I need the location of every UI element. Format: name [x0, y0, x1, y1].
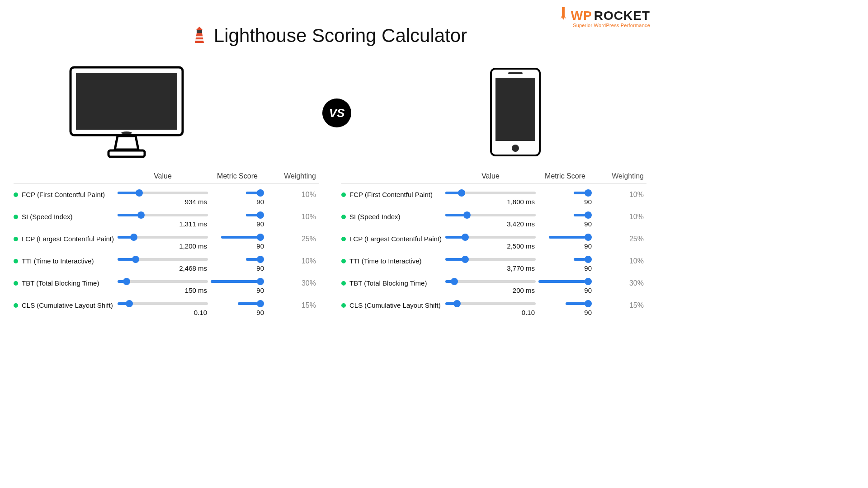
metric-label-cell: TTI (Time to Interactive)	[341, 256, 445, 265]
brand-rocket: ROCKET	[594, 9, 650, 22]
metric-value: 2,500 ms	[445, 242, 536, 250]
metric-score: 90	[208, 309, 267, 316]
value-slider[interactable]	[118, 190, 208, 195]
table-row: FCP (First Contentful Paint)934 ms9010%	[14, 183, 319, 206]
metric-score: 90	[536, 220, 594, 228]
value-cell: 2,500 ms	[445, 234, 536, 250]
desktop-panel: Value Metric Score Weighting FCP (First …	[14, 172, 319, 316]
metric-score: 90	[208, 198, 267, 206]
metric-value: 1,200 ms	[118, 242, 208, 250]
score-slider[interactable]	[238, 300, 264, 306]
metric-score: 90	[208, 264, 267, 272]
metric-label: TTI (Time to Interactive)	[349, 257, 421, 265]
desktop-rows: FCP (First Contentful Paint)934 ms9010%S…	[14, 183, 319, 316]
status-dot-icon	[341, 237, 346, 241]
status-dot-icon	[14, 237, 18, 241]
value-slider[interactable]	[445, 278, 536, 284]
metric-weight: 10%	[267, 190, 319, 199]
status-dot-icon	[341, 281, 346, 286]
score-slider[interactable]	[211, 278, 264, 284]
score-cell: 90	[536, 300, 594, 316]
vs-badge: VS	[322, 99, 351, 127]
brand-tagline: Superior WordPress Performance	[559, 23, 650, 28]
metric-weight: 30%	[267, 278, 319, 287]
table-header: Value Metric Score Weighting	[341, 172, 646, 183]
score-slider[interactable]	[574, 190, 592, 195]
score-cell: 90	[208, 278, 267, 294]
value-slider[interactable]	[118, 234, 208, 239]
score-slider[interactable]	[574, 256, 592, 262]
score-slider[interactable]	[566, 300, 592, 306]
score-slider[interactable]	[574, 212, 592, 217]
svg-point-7	[121, 131, 132, 134]
metric-value: 1,311 ms	[118, 220, 208, 228]
metric-label-cell: TBT (Total Blocking Time)	[14, 278, 118, 287]
metric-label: TBT (Total Blocking Time)	[349, 279, 427, 287]
score-cell: 90	[536, 190, 594, 206]
value-cell: 150 ms	[118, 278, 208, 294]
metric-label-cell: FCP (First Contentful Paint)	[341, 190, 445, 198]
score-slider[interactable]	[246, 212, 264, 217]
table-row: TTI (Time to Interactive)3,770 ms9010%	[341, 250, 646, 272]
value-slider[interactable]	[445, 212, 536, 217]
metric-score: 90	[208, 220, 267, 228]
value-slider[interactable]	[445, 300, 536, 306]
svg-rect-10	[495, 78, 535, 141]
status-dot-icon	[14, 303, 18, 308]
value-slider[interactable]	[118, 212, 208, 217]
metric-weight: 10%	[594, 256, 646, 265]
metric-weight: 25%	[267, 234, 319, 243]
value-slider[interactable]	[118, 256, 208, 262]
table-header: Value Metric Score Weighting	[14, 172, 319, 183]
metric-value: 0.10	[445, 309, 536, 316]
metric-weight: 10%	[267, 256, 319, 265]
table-row: TBT (Total Blocking Time)200 ms9030%	[341, 272, 646, 294]
status-dot-icon	[14, 192, 18, 197]
metric-value: 934 ms	[118, 198, 208, 206]
svg-rect-4	[195, 39, 204, 41]
metric-value: 3,420 ms	[445, 220, 536, 228]
table-row: TBT (Total Blocking Time)150 ms9030%	[14, 272, 319, 294]
lighthouse-icon	[193, 27, 206, 45]
metric-label: FCP (First Contentful Paint)	[22, 191, 105, 198]
status-dot-icon	[341, 303, 346, 308]
table-row: LCP (Largest Contentful Paint)2,500 ms90…	[341, 228, 646, 250]
score-slider[interactable]	[549, 234, 592, 239]
svg-rect-6	[76, 73, 177, 130]
metric-label-cell: LCP (Largest Contentful Paint)	[14, 234, 118, 243]
svg-marker-2	[195, 33, 204, 43]
svg-rect-1	[197, 30, 202, 33]
metric-label-cell: TBT (Total Blocking Time)	[341, 278, 445, 287]
metric-label-cell: CLS (Cumulative Layout Shift)	[341, 300, 445, 309]
metric-weight: 15%	[267, 300, 319, 310]
score-cell: 90	[208, 190, 267, 206]
status-dot-icon	[14, 215, 18, 219]
metric-label: SI (Speed Index)	[349, 213, 401, 221]
value-slider[interactable]	[445, 256, 536, 262]
value-slider[interactable]	[445, 190, 536, 195]
value-cell: 200 ms	[445, 278, 536, 294]
score-slider[interactable]	[246, 256, 264, 262]
page-title-row: Lighthouse Scoring Calculator	[0, 25, 660, 47]
score-cell: 90	[536, 212, 594, 228]
score-slider[interactable]	[221, 234, 264, 239]
mobile-icon	[488, 67, 542, 159]
metric-score: 90	[208, 242, 267, 250]
score-slider[interactable]	[538, 278, 592, 284]
score-cell: 90	[208, 300, 267, 316]
metric-label-cell: TTI (Time to Interactive)	[14, 256, 118, 265]
value-slider[interactable]	[118, 300, 208, 306]
score-slider[interactable]	[246, 190, 264, 195]
metric-label-cell: LCP (Largest Contentful Paint)	[341, 234, 445, 243]
header-weight: Weighting	[594, 172, 646, 180]
value-cell: 1,200 ms	[118, 234, 208, 250]
value-slider[interactable]	[118, 278, 208, 284]
header-value: Value	[445, 172, 536, 180]
metric-weight: 10%	[594, 212, 646, 221]
table-row: TTI (Time to Interactive)2,468 ms9010%	[14, 250, 319, 272]
metric-score: 90	[536, 264, 594, 272]
value-slider[interactable]	[445, 234, 536, 239]
value-cell: 1,800 ms	[445, 190, 536, 206]
metric-value: 3,770 ms	[445, 264, 536, 272]
value-cell: 0.10	[118, 300, 208, 316]
